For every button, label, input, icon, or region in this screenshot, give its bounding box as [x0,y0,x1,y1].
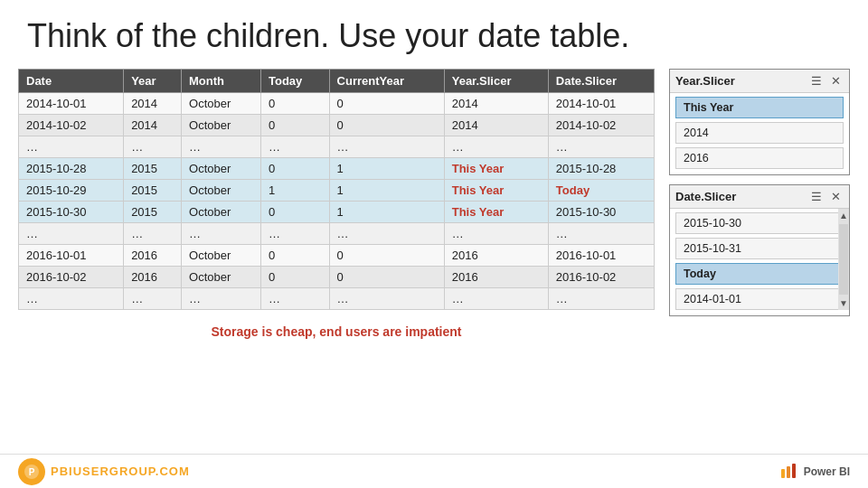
footer: P PBIUSERGROUP.COM Power BI [0,454,868,488]
date-slicer-filter-icon[interactable]: ☰ [808,189,825,204]
cell-today: 0 [260,202,329,223]
cell-year: … [124,136,182,158]
year-slicer-item[interactable]: 2014 [675,122,844,144]
cell-currentyear: 0 [329,115,444,136]
cell-dateslicer: 2015-10-30 [548,202,654,223]
table-row: … … … … … … … [19,136,655,158]
col-header-yearslicer: Year.Slicer [444,70,548,93]
svg-rect-2 [781,469,785,478]
year-slicer-header: Year.Slicer ☰ ✕ [670,70,849,93]
cell-yearslicer: This Year [444,180,548,202]
cell-month: … [182,288,261,310]
table-area: Date Year Month Today CurrentYear Year.S… [18,64,655,417]
cell-currentyear: 0 [329,267,444,288]
table-row: … … … … … … … [19,288,655,310]
table-row: 2016-10-01 2016 October 0 0 2016 2016-10… [19,245,655,267]
col-header-today: Today [260,70,329,93]
col-header-month: Month [182,70,261,93]
year-slicer-clear-icon[interactable]: ✕ [828,73,844,89]
page-title: Think of the children. Use your date tab… [0,0,868,64]
cell-dateslicer: 2015-10-28 [548,158,654,180]
cell-currentyear: 0 [329,245,444,267]
date-slicer-items: 2015-10-302015-10-31Today2014-01-01 [670,209,849,310]
table-row: 2015-10-30 2015 October 0 1 This Year 20… [19,202,655,223]
storage-note: Storage is cheap, end users are impatien… [18,324,655,339]
date-slicer-clear-icon[interactable]: ✕ [828,189,844,204]
scroll-down-icon[interactable]: ▼ [839,296,848,310]
cell-today: 0 [260,158,329,180]
col-header-date: Date [19,70,124,93]
cell-date: … [19,223,124,245]
year-slicer-filter-icon[interactable]: ☰ [808,73,825,89]
scroll-up-icon[interactable]: ▲ [839,209,848,222]
cell-date: 2016-10-01 [19,245,124,267]
cell-yearslicer: 2014 [444,115,548,136]
cell-yearslicer: This Year [444,202,548,223]
footer-logo-text: PBIUSERGROUP.COM [51,465,190,478]
svg-rect-4 [792,464,796,478]
cell-yearslicer: 2016 [444,245,548,267]
cell-month: October [182,115,261,136]
table-row: 2016-10-02 2016 October 0 0 2016 2016-10… [19,267,655,288]
logo-circle: P [18,458,45,485]
date-slicer-title: Date.Slicer [675,190,736,203]
cell-today: 1 [260,180,329,202]
cell-month: October [182,202,261,223]
table-row: 2014-10-02 2014 October 0 0 2014 2014-10… [19,115,655,136]
table-row: 2015-10-29 2015 October 1 1 This Year To… [19,180,655,202]
cell-dateslicer: … [548,136,654,158]
date-slicer-panel: Date.Slicer ☰ ✕ 2015-10-302015-10-31Toda… [669,184,850,316]
cell-date: 2015-10-29 [19,180,124,202]
cell-month: October [182,245,261,267]
date-slicer-header: Date.Slicer ☰ ✕ [670,185,849,209]
col-header-year: Year [124,70,182,93]
slicer-column: Year.Slicer ☰ ✕ This Year20142016 Date.S… [669,64,850,417]
cell-yearslicer: … [444,288,548,310]
cell-month: October [182,267,261,288]
cell-dateslicer: 2016-10-01 [548,245,654,267]
cell-date: 2015-10-30 [19,202,124,223]
cell-dateslicer: 2016-10-02 [548,267,654,288]
date-slicer-item[interactable]: Today [675,263,844,285]
cell-year: 2016 [124,245,182,267]
data-table: Date Year Month Today CurrentYear Year.S… [18,69,655,310]
cell-currentyear: … [329,136,444,158]
date-slicer-item[interactable]: 2015-10-31 [675,238,844,259]
cell-date: 2014-10-02 [19,115,124,136]
logo-icon: P [24,464,40,480]
cell-yearslicer: This Year [444,158,548,180]
cell-date: 2014-10-01 [19,93,124,115]
cell-today: 0 [260,267,329,288]
powerbi-label: Power BI [804,465,850,478]
year-slicer-panel: Year.Slicer ☰ ✕ This Year20142016 [669,69,850,175]
cell-dateslicer: Today [548,180,654,202]
table-row: … … … … … … … [19,223,655,245]
cell-dateslicer: … [548,223,654,245]
cell-currentyear: 1 [329,158,444,180]
cell-dateslicer: 2014-10-02 [548,115,654,136]
cell-month: October [182,93,261,115]
cell-today: 0 [260,245,329,267]
cell-date: … [19,288,124,310]
table-row: 2015-10-28 2015 October 0 1 This Year 20… [19,158,655,180]
cell-month: October [182,158,261,180]
date-slicer-item[interactable]: 2015-10-30 [675,212,844,234]
year-slicer-item[interactable]: 2016 [675,147,844,169]
date-slicer-item[interactable]: 2014-01-01 [675,288,844,310]
footer-powerbi: Power BI [779,462,850,482]
cell-yearslicer: 2016 [444,267,548,288]
date-slicer-scrollbar[interactable]: ▲ ▼ [838,209,849,310]
cell-date: 2016-10-02 [19,267,124,288]
cell-year: 2015 [124,202,182,223]
cell-today: 0 [260,93,329,115]
year-slicer-items: This Year20142016 [670,97,849,169]
cell-currentyear: … [329,288,444,310]
footer-logo: P PBIUSERGROUP.COM [18,458,190,485]
cell-year: … [124,223,182,245]
col-header-dateslicer: Date.Slicer [548,70,654,93]
cell-dateslicer: 2014-10-01 [548,93,654,115]
svg-text:P: P [29,467,35,477]
cell-yearslicer: 2014 [444,93,548,115]
scrollbar-track[interactable] [839,224,848,295]
year-slicer-item[interactable]: This Year [675,97,844,118]
